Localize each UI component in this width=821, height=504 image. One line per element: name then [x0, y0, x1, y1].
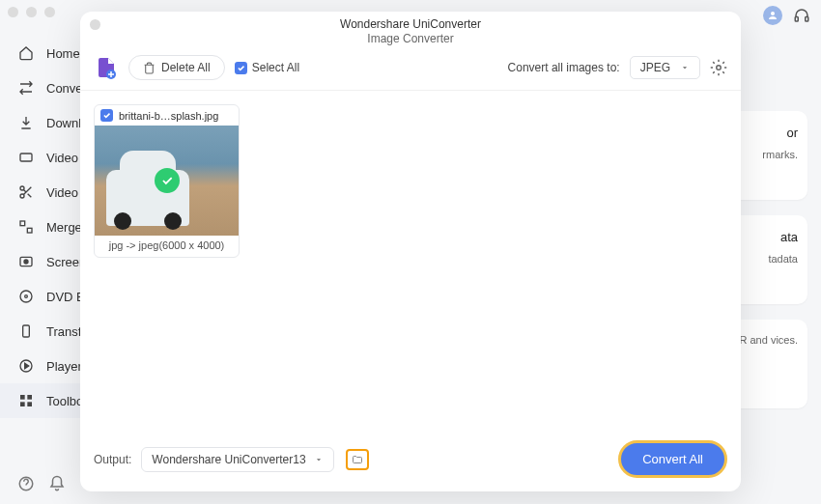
minimize-window-icon[interactable]	[26, 7, 37, 17]
svg-rect-7	[27, 228, 32, 233]
delete-all-button[interactable]: Delete All	[128, 55, 225, 80]
svg-point-4	[20, 186, 24, 190]
svg-rect-17	[27, 402, 32, 406]
content-area: brittani-b…splash.jpg jpg -> jpeg(6000 x…	[80, 91, 741, 431]
output-path-dropdown[interactable]: Wondershare UniConverter13	[141, 447, 333, 472]
play-icon	[17, 357, 35, 375]
traffic-lights	[8, 7, 55, 17]
add-file-button[interactable]	[94, 55, 119, 80]
checkbox-icon	[235, 62, 247, 74]
thumb-header: brittani-b…splash.jpg	[95, 105, 239, 126]
bottom-icons	[0, 463, 83, 504]
sidebar-item-label: Player	[46, 359, 82, 374]
close-window-icon[interactable]	[8, 7, 18, 17]
help-icon[interactable]	[17, 475, 35, 492]
bell-icon[interactable]	[48, 475, 66, 492]
merge-icon	[17, 218, 35, 236]
modal-header: Wondershare UniConverter Image Converter	[80, 12, 741, 49]
disc-icon	[17, 288, 35, 305]
svg-rect-15	[27, 395, 32, 400]
record-icon	[17, 253, 35, 270]
thumb-caption: jpg -> jpeg(6000 x 4000)	[95, 236, 239, 257]
svg-rect-6	[20, 221, 25, 226]
modal-subtitle: Image Converter	[80, 32, 741, 45]
app-title: Wondershare UniConverter	[80, 17, 741, 31]
select-all-label: Select All	[252, 61, 299, 74]
svg-rect-14	[20, 395, 25, 400]
headphones-icon[interactable]	[792, 6, 811, 25]
compress-icon	[17, 149, 35, 166]
success-check-icon	[155, 168, 180, 193]
convert-icon	[17, 79, 35, 97]
grid-icon	[17, 392, 35, 409]
gear-icon[interactable]	[710, 59, 727, 76]
maximize-window-icon[interactable]	[44, 7, 55, 17]
svg-rect-2	[806, 17, 808, 22]
toolbar-right: Convert all images to: JPEG	[508, 56, 727, 79]
svg-point-11	[25, 295, 28, 298]
convert-to-label: Convert all images to:	[508, 61, 620, 74]
output-label: Output:	[94, 453, 131, 466]
home-icon	[17, 44, 35, 62]
folder-icon	[351, 454, 364, 465]
svg-rect-3	[20, 154, 32, 161]
transfer-icon	[17, 322, 35, 340]
svg-point-5	[20, 194, 24, 198]
open-folder-button[interactable]	[346, 449, 369, 470]
thumb-filename: brittani-b…splash.jpg	[119, 110, 218, 122]
format-selected: JPEG	[640, 61, 670, 74]
svg-point-9	[24, 260, 28, 264]
svg-rect-16	[20, 402, 25, 406]
convert-all-button[interactable]: Convert All	[618, 440, 727, 478]
svg-point-0	[771, 12, 775, 15]
select-all-checkbox[interactable]: Select All	[235, 61, 299, 74]
checkbox-icon[interactable]	[100, 109, 113, 122]
chevron-down-icon	[680, 63, 690, 72]
svg-rect-12	[23, 325, 30, 337]
output-path: Wondershare UniConverter13	[152, 453, 305, 466]
convert-all-label: Convert All	[642, 452, 703, 466]
user-avatar-icon[interactable]	[763, 6, 782, 25]
svg-rect-1	[795, 17, 798, 22]
trash-icon	[143, 62, 156, 74]
scissors-icon	[17, 183, 35, 201]
image-thumbnail[interactable]: brittani-b…splash.jpg jpg -> jpeg(6000 x…	[94, 104, 240, 258]
svg-point-10	[20, 291, 32, 302]
header-right-icons	[763, 6, 811, 25]
image-converter-modal: Wondershare UniConverter Image Converter…	[80, 12, 741, 491]
thumb-image	[95, 126, 239, 236]
format-dropdown[interactable]: JPEG	[630, 56, 700, 79]
delete-all-label: Delete All	[161, 61, 211, 74]
download-icon	[17, 114, 35, 131]
sidebar-item-label: Home	[46, 46, 80, 61]
toolbar: Delete All Select All Convert all images…	[80, 49, 741, 91]
svg-point-20	[717, 66, 722, 70]
close-icon[interactable]	[90, 19, 100, 30]
modal-footer: Output: Wondershare UniConverter13 Conve…	[80, 431, 741, 491]
chevron-down-icon	[314, 455, 324, 464]
